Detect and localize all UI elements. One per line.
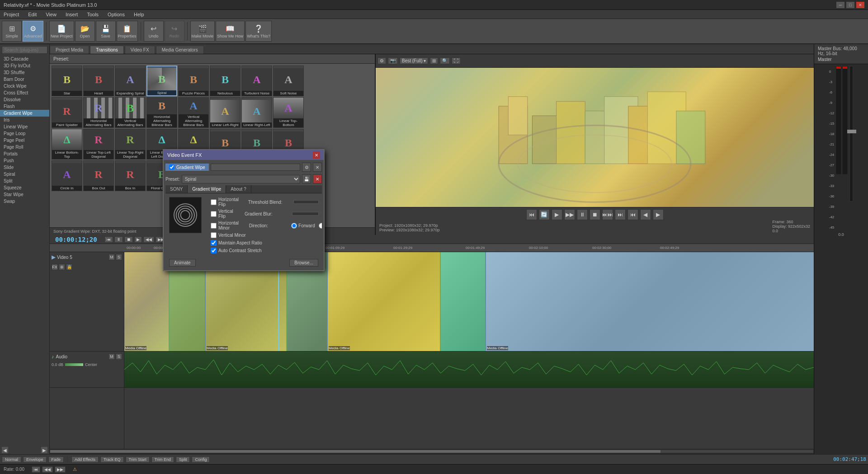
fx-item-star-wipe[interactable]: Star Wipe [0,191,49,198]
video-clip-3[interactable]: Media Offline [328,252,441,351]
split-button[interactable]: Split [176,456,190,463]
preview-grid-button[interactable]: ⊞ [430,57,438,64]
fx-item-page-roll[interactable]: Page Roll [0,144,49,150]
play-fast-button[interactable]: ▶▶ [564,209,575,220]
tab-media-generators[interactable]: Media Generators [156,46,204,54]
properties-button[interactable]: 📋 Properties [117,21,138,42]
forward-radio-label[interactable]: Forward [291,223,315,229]
play-button[interactable]: ▶ [552,209,562,220]
trans-item-v-bi[interactable]: AVertical Alternating Bilinear Bars [178,97,209,128]
dialog-close-button[interactable]: ✕ [313,151,320,159]
trans-item-nebulous[interactable]: BNebulous [210,66,241,96]
fx-item-slide[interactable]: Slide [0,164,49,171]
menu-project[interactable]: Project [2,11,21,18]
make-movie-button[interactable]: 🎬 Make Movie [190,21,215,42]
hflip-checkbox[interactable] [211,199,217,205]
browse-button[interactable]: Browse... [289,259,318,267]
reverse-radio[interactable] [319,223,322,229]
save-button[interactable]: 💾 Save [96,21,116,42]
loop-button[interactable]: 🔄 [539,209,550,220]
prev-frame-button[interactable]: ⏮ [627,209,638,220]
next-frame-button[interactable]: ⏭ [615,209,626,220]
trans-item-h-bi[interactable]: BHorizontal Alternating Bilinear Bars [146,97,177,128]
fx-item-flash[interactable]: Flash [0,103,49,110]
timeline-tool-5[interactable]: ◀◀ [143,236,154,243]
transport-fwd[interactable]: ▶▶ [55,466,66,473]
trim-end-button[interactable]: Trim End [151,456,174,463]
forward-radio[interactable] [291,223,297,229]
dialog-tab-sony[interactable]: SONY [165,185,188,193]
fx-item-gradient-wipe[interactable]: Gradient Wipe [0,110,49,117]
gradient-slider[interactable] [292,212,319,216]
pause-button[interactable]: ⏸ [577,209,588,220]
vminor-checkbox[interactable] [211,232,217,238]
audio-mute-button[interactable]: M [108,353,115,360]
minimize-button[interactable]: ─ [836,2,844,8]
animate-button[interactable]: Animate [169,259,196,267]
aspect-checkbox[interactable] [211,240,217,246]
trans-item-spiral[interactable]: BSpiral [146,66,177,96]
new-project-button[interactable]: 📄 New Project [49,21,74,42]
timeline-tool-4[interactable]: ▶ [134,236,142,243]
add-effects-button[interactable]: Add Effects [71,456,99,463]
hflip-label[interactable]: Horizontal Flip [211,197,245,207]
preview-zoom-button[interactable]: 🔍 [440,57,450,64]
fx-config-button[interactable]: ⚙ [302,163,311,172]
menu-view[interactable]: View [44,11,58,18]
contrast-label[interactable]: Auto Contrast Stretch [211,248,262,253]
whats-this-button[interactable]: ❔ What's This? [245,21,272,42]
vminor-label[interactable]: Vertical Minor [211,232,246,238]
menu-options[interactable]: Options [106,11,127,18]
video-comp-button[interactable]: ⊕ [59,264,65,270]
menu-tools[interactable]: Tools [85,11,100,18]
trans-item-turbulent[interactable]: ATurbulent Noise [241,66,272,96]
fx-enable-input[interactable] [169,164,175,170]
preview-camera-button[interactable]: 📷 [388,57,398,64]
trans-item-star[interactable]: BStar [52,66,82,96]
trans-item-l-bt[interactable]: ΔLinear Bottom-Top [52,129,82,160]
timeline-tool-3[interactable]: ⏹ [124,236,133,243]
restore-button[interactable]: □ [846,2,854,8]
hminor-checkbox[interactable] [211,223,217,229]
preset-delete-button[interactable]: ✕ [313,174,322,183]
skip-end-button[interactable]: ⏭⏭ [602,209,613,220]
menu-insert[interactable]: Insert [64,11,80,18]
trans-item-l-trd[interactable]: RLinear Top-Right Diagonal [115,129,146,160]
trans-item-l-tb[interactable]: ALinear Top-Bottom [273,97,304,128]
search-input[interactable] [2,46,47,54]
threshold-slider[interactable] [293,200,319,204]
fx-item-3d-shuffle[interactable]: 3D Shuffle [0,69,49,76]
menu-edit[interactable]: Edit [26,11,38,18]
hscroll-thumb[interactable] [50,450,660,453]
redo-button[interactable]: ↪ Redo [165,21,184,42]
envelope-button[interactable]: Envelope [23,456,47,463]
fx-item-barn-door[interactable]: Barn Door [0,76,49,83]
vflip-checkbox[interactable] [211,211,217,217]
trans-item-soft[interactable]: ASoft Noise [273,66,304,96]
scroll-right-button[interactable]: ▶ [41,447,47,453]
transport-start[interactable]: ⏮ [32,466,40,473]
mark-in-button[interactable]: ◀ [640,209,651,220]
preview-fullscreen-button[interactable]: ⛶ [452,57,461,64]
fx-item-portals[interactable]: Portals [0,150,49,157]
advanced-button[interactable]: ⚙ Advanced [23,21,43,42]
open-button[interactable]: 📂 Open [75,21,95,42]
audio-solo-button[interactable]: S [116,353,122,360]
trans-item-expand[interactable]: AExpanding Spiral [115,66,146,96]
hminor-label[interactable]: Horizontal Minor [211,221,245,230]
show-me-how-button[interactable]: 📖 Show Me How [216,21,245,42]
fx-item-iris[interactable]: Iris [0,117,49,123]
preset-select[interactable]: Spiral [182,175,300,183]
trans-item-puzzle[interactable]: BPuzzle Pieces [178,66,209,96]
video-transition-3[interactable] [441,252,486,351]
timeline-hscroll[interactable] [50,449,814,454]
track-eq-button[interactable]: Track EQ [100,456,124,463]
trans-item-paint[interactable]: RPaint Splatter [52,97,82,128]
config-button[interactable]: Config [192,456,210,463]
master-fader-handle[interactable] [847,130,856,133]
fx-item-dissolve[interactable]: Dissolve [0,96,49,103]
video-fx-button[interactable]: FX [52,264,58,270]
fx-item-3d-cascade[interactable]: 3D Cascade [0,56,49,62]
undo-button[interactable]: ↩ Undo [144,21,164,42]
fx-item-page-peel[interactable]: Page Peel [0,137,49,144]
